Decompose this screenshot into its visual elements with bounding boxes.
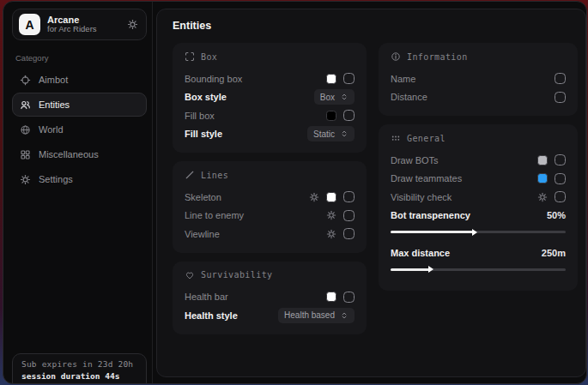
sidebar-item-settings[interactable]: Settings <box>12 167 147 191</box>
checkbox[interactable] <box>555 73 566 84</box>
color-swatch[interactable] <box>326 111 336 121</box>
card-title: Information <box>407 52 468 62</box>
checkbox[interactable] <box>343 210 355 221</box>
chevron-updown-icon <box>340 311 349 320</box>
color-swatch[interactable] <box>326 74 336 84</box>
setting-label: Health style <box>185 310 238 321</box>
gear-icon[interactable] <box>127 19 138 30</box>
setting-label: Bounding box <box>185 74 242 84</box>
box-card: Box Bounding box Box style <box>173 43 367 153</box>
sidebar-item-entities[interactable]: Entities <box>12 93 147 117</box>
max-distance-slider[interactable] <box>391 268 566 271</box>
setting-row-health-style: Health style Health based <box>185 306 355 325</box>
setting-row-fill-style: Fill style Static <box>185 125 355 144</box>
setting-row-name: Name <box>391 69 566 88</box>
entities-icon <box>20 99 31 111</box>
brand-card: A Arcane for Arc Riders <box>12 9 147 40</box>
box-corners-icon <box>185 51 195 62</box>
card-title: Box <box>201 52 217 62</box>
color-swatch[interactable] <box>326 192 336 202</box>
dots-grid-icon <box>391 133 401 143</box>
checkbox[interactable] <box>555 92 566 103</box>
slider-value: 250m <box>542 248 566 258</box>
info-icon <box>391 51 401 62</box>
setting-row-box-style: Box style Box <box>185 88 355 107</box>
setting-label: Distance <box>391 92 427 102</box>
app-subtitle: for Arc Riders <box>47 25 127 34</box>
lines-card: Lines Skeleton Line to enemy <box>173 161 367 253</box>
color-swatch[interactable] <box>537 155 548 165</box>
checkbox[interactable] <box>343 110 355 121</box>
setting-row-draw-teammates: Draw teammates <box>391 170 566 189</box>
gear-icon[interactable] <box>326 210 336 220</box>
bot-transparency-slider[interactable] <box>391 231 566 233</box>
color-swatch[interactable] <box>326 292 336 302</box>
diagonal-line-icon <box>185 170 195 180</box>
globe-icon <box>20 124 31 135</box>
setting-label: Name <box>391 74 415 84</box>
entities-panel: Entities Box Bounding box <box>156 9 586 377</box>
gear-icon[interactable] <box>537 192 548 202</box>
checkbox[interactable] <box>555 154 566 165</box>
card-title: Lines <box>201 171 228 180</box>
left-column: Box Bounding box Box style <box>173 43 367 334</box>
checkbox[interactable] <box>555 173 566 184</box>
page-title: Entities <box>173 20 578 32</box>
setting-label: Draw BOTs <box>391 155 439 165</box>
checkbox[interactable] <box>343 292 355 303</box>
setting-row-skeleton: Skeleton <box>185 188 355 207</box>
setting-row-visibility-check: Visibility check <box>391 188 566 207</box>
general-card: General Draw BOTs Draw teammates <box>379 124 578 291</box>
heart-icon <box>185 270 195 280</box>
setting-row-fill-box: Fill box <box>185 106 355 125</box>
setting-label: Viewline <box>185 229 220 239</box>
setting-row-line-to-enemy: Line to enemy <box>185 207 355 226</box>
card-title: Survivability <box>201 270 272 280</box>
subscription-card: Sub expires in 23d 20h session duration … <box>12 353 147 384</box>
checkbox[interactable] <box>343 191 355 202</box>
survivability-card: Survivability Health bar Health style <box>173 262 367 334</box>
setting-label: Line to enemy <box>185 210 244 220</box>
session-duration-text: session duration 44s <box>21 371 137 381</box>
app-window: A Arcane for Arc Riders Category Aimbot … <box>3 1 587 384</box>
gear-icon[interactable] <box>309 192 319 202</box>
setting-label: Fill style <box>185 129 222 139</box>
setting-label: Box style <box>185 92 227 102</box>
checkbox[interactable] <box>343 73 355 84</box>
color-swatch[interactable] <box>537 173 548 183</box>
setting-label: Fill box <box>185 111 215 121</box>
slider-fill <box>391 231 473 233</box>
crosshair-icon <box>20 75 31 86</box>
gear-icon[interactable] <box>326 229 336 239</box>
setting-row-draw-bots: Draw BOTs <box>391 151 566 170</box>
sidebar-item-world[interactable]: World <box>12 117 147 141</box>
health-style-dropdown[interactable]: Health based <box>278 308 355 323</box>
gear-icon <box>20 174 31 185</box>
main-area: Entities Box Bounding box <box>153 2 587 383</box>
right-column: Information Name Distance <box>379 43 578 291</box>
checkbox[interactable] <box>343 228 355 239</box>
setting-label: Max distance <box>391 248 450 258</box>
sidebar-item-miscellaneous[interactable]: Miscellaneous <box>12 142 147 166</box>
setting-row-distance: Distance <box>391 88 566 107</box>
setting-label: Skeleton <box>185 192 221 202</box>
sidebar: A Arcane for Arc Riders Category Aimbot … <box>3 2 153 383</box>
sidebar-nav: Aimbot Entities World Miscellaneous Sett… <box>3 68 152 191</box>
category-label: Category <box>15 53 152 63</box>
checkbox[interactable] <box>555 191 566 202</box>
sub-expiry-text: Sub expires in 23d 20h <box>21 359 137 369</box>
box-style-dropdown[interactable]: Box <box>314 89 355 105</box>
setting-label: Draw teammates <box>391 173 462 183</box>
chevron-updown-icon <box>340 129 349 138</box>
dropdown-value: Health based <box>284 310 335 320</box>
app-logo: A <box>19 14 40 35</box>
setting-label: Visibility check <box>391 192 452 202</box>
dropdown-value: Static <box>313 129 335 139</box>
fill-style-dropdown[interactable]: Static <box>307 126 355 141</box>
setting-row-health-bar: Health bar <box>185 288 355 307</box>
slider-value: 50% <box>547 210 566 220</box>
slider-fill <box>391 268 429 271</box>
setting-row-bot-transparency: Bot transpenency 50% <box>391 207 566 226</box>
sidebar-item-aimbot[interactable]: Aimbot <box>12 68 147 92</box>
sidebar-item-label: Aimbot <box>39 75 68 85</box>
